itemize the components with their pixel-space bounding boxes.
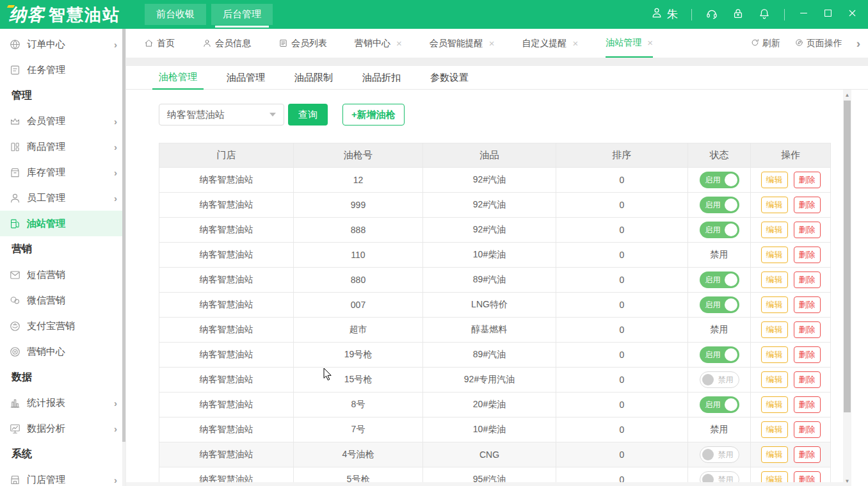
page-ops-button[interactable]: 页面操作	[794, 38, 842, 49]
user-menu[interactable]: 朱	[650, 6, 678, 22]
subtab-param-settings[interactable]: 参数设置	[424, 66, 475, 90]
delete-button[interactable]: 删除	[794, 446, 821, 463]
minimize-button[interactable]	[798, 8, 809, 21]
cell-operations: 编辑 删除	[751, 318, 831, 343]
horizontal-scrollbar[interactable]	[126, 482, 843, 486]
status-text: 禁用	[711, 424, 728, 435]
sidebar-item-sms-marketing[interactable]: 短信营销	[0, 262, 125, 288]
pageops-icon	[794, 38, 804, 47]
edit-button[interactable]: 编辑	[761, 321, 788, 338]
tab-close-icon[interactable]: ×	[647, 38, 653, 47]
status-toggle-on[interactable]: 启用	[700, 197, 739, 213]
delete-button[interactable]: 删除	[794, 222, 821, 238]
delete-button[interactable]: 删除	[794, 321, 821, 338]
sidebar-item-label: 门店管理	[27, 474, 65, 486]
delete-button[interactable]: 删除	[794, 396, 821, 413]
delete-button[interactable]: 删除	[794, 421, 821, 438]
subtab-oil-limit[interactable]: 油品限制	[288, 66, 339, 90]
sidebar-item-wechat-marketing[interactable]: 微信营销	[0, 288, 125, 313]
status-label: 启用	[705, 275, 721, 286]
sidebar-item-member-mgmt[interactable]: 会员管理›	[0, 108, 125, 134]
tab-close-icon[interactable]: ×	[573, 38, 579, 48]
headset-icon[interactable]	[705, 7, 718, 22]
delete-button[interactable]: 删除	[794, 197, 821, 213]
status-label: 禁用	[718, 375, 734, 385]
cell-gun-number: 4号油枪	[294, 442, 423, 467]
maximize-button[interactable]	[823, 8, 833, 21]
sidebar-scrollbar-thumb[interactable]	[122, 29, 125, 442]
subtab-gun-mgmt[interactable]: 油枪管理	[152, 66, 204, 90]
sidebar-item-inventory-mgmt[interactable]: 库存管理›	[0, 159, 125, 185]
close-button[interactable]	[847, 8, 858, 21]
tab-label: 自定义提醒	[522, 38, 567, 49]
status-toggle-on[interactable]: 启用	[700, 346, 739, 363]
tab-close-icon[interactable]: ×	[396, 38, 402, 48]
edit-button[interactable]: 编辑	[761, 247, 788, 263]
status-toggle-off[interactable]: 禁用	[700, 446, 739, 463]
sidebar-item-data-analysis[interactable]: 数据分析›	[0, 416, 125, 441]
edit-button[interactable]: 编辑	[761, 371, 788, 388]
tab-custom-remind[interactable]: 自定义提醒×	[522, 29, 579, 58]
sidebar-item-product-mgmt[interactable]: 商品管理›	[0, 134, 125, 159]
status-label: 启用	[705, 225, 721, 236]
app-window: 纳客 智慧油站 前台收银后台管理 朱 订单中心›任务管理管理会员管理›商品管理›…	[0, 0, 868, 486]
status-toggle-on[interactable]: 启用	[700, 296, 739, 313]
sidebar-section-system: 系统	[0, 441, 125, 467]
lock-icon[interactable]	[732, 7, 744, 22]
vertical-scrollbar[interactable]: ▲ ▼	[843, 90, 851, 486]
scroll-down-arrow[interactable]: ▼	[843, 476, 851, 485]
delete-button[interactable]: 删除	[794, 371, 821, 388]
sidebar-item-stats-report[interactable]: 统计报表›	[0, 390, 125, 416]
sidebar-item-station-mgmt[interactable]: 油站管理	[0, 211, 125, 236]
sidebar-item-order-center[interactable]: 订单中心›	[0, 31, 125, 57]
sidebar-item-task-mgmt[interactable]: 任务管理	[0, 57, 125, 83]
gun-table: 门店油枪号油品排序状态操作 纳客智慧油站1292#汽油0 启用 编辑 删除纳客智…	[159, 143, 831, 486]
nav-button-back-admin[interactable]: 后台管理	[211, 4, 273, 25]
sidebar-item-marketing-center[interactable]: 营销中心	[0, 339, 125, 364]
edit-button[interactable]: 编辑	[761, 271, 788, 288]
tab-close-icon[interactable]: ×	[489, 38, 495, 48]
status-toggle-on[interactable]: 启用	[700, 271, 739, 288]
tab-member-smart-remind[interactable]: 会员智能提醒×	[430, 29, 495, 58]
refresh-button[interactable]: 刷新	[750, 38, 780, 49]
chevron-right-icon: ›	[114, 116, 117, 127]
tab-station-mgmt[interactable]: 油站管理×	[606, 29, 653, 58]
edit-button[interactable]: 编辑	[761, 172, 788, 188]
query-button[interactable]: 查询	[288, 104, 328, 126]
subtab-oil-mgmt[interactable]: 油品管理	[220, 66, 271, 90]
nav-button-front-cashier[interactable]: 前台收银	[145, 4, 206, 25]
sidebar-scrollbar[interactable]	[122, 29, 125, 486]
sidebar-item-staff-mgmt[interactable]: 员工管理›	[0, 185, 125, 211]
delete-button[interactable]: 删除	[794, 247, 821, 263]
status-toggle-off[interactable]: 禁用	[700, 371, 739, 388]
edit-button[interactable]: 编辑	[761, 296, 788, 313]
sidebar-item-store-mgmt[interactable]: 门店管理›	[0, 467, 125, 486]
status-toggle-on[interactable]: 启用	[700, 396, 739, 413]
status-toggle-on[interactable]: 启用	[700, 172, 739, 188]
edit-button[interactable]: 编辑	[761, 197, 788, 213]
chevron-right-icon[interactable]: ›	[856, 37, 860, 49]
delete-button[interactable]: 删除	[794, 346, 821, 363]
delete-button[interactable]: 删除	[794, 172, 821, 188]
tab-home[interactable]: 首页	[144, 29, 175, 58]
edit-button[interactable]: 编辑	[761, 222, 788, 238]
store-select[interactable]: 纳客智慧油站	[159, 104, 284, 126]
tab-member-list[interactable]: 会员列表	[278, 29, 327, 58]
edit-button[interactable]: 编辑	[761, 396, 788, 413]
subtab-oil-discount[interactable]: 油品折扣	[356, 66, 407, 90]
status-toggle-on[interactable]: 启用	[700, 222, 739, 238]
scroll-up-arrow[interactable]: ▲	[843, 90, 851, 99]
tab-marketing-center[interactable]: 营销中心×	[355, 29, 402, 58]
bell-icon[interactable]	[758, 7, 771, 22]
toggle-knob	[725, 174, 737, 186]
add-gun-button[interactable]: +新增油枪	[342, 104, 405, 126]
sidebar-item-alipay-marketing[interactable]: 支付宝营销	[0, 313, 125, 339]
cell-store: 纳客智慧油站	[159, 417, 294, 442]
vertical-scrollbar-thumb[interactable]	[844, 101, 851, 412]
tab-member-info[interactable]: 会员信息	[202, 29, 251, 58]
edit-button[interactable]: 编辑	[761, 346, 788, 363]
delete-button[interactable]: 删除	[794, 296, 821, 313]
edit-button[interactable]: 编辑	[761, 446, 788, 463]
edit-button[interactable]: 编辑	[761, 421, 788, 438]
delete-button[interactable]: 删除	[794, 271, 821, 288]
